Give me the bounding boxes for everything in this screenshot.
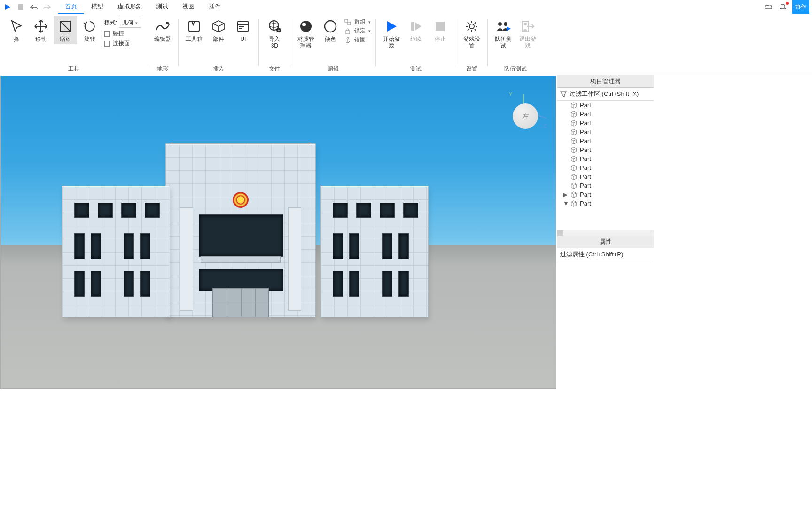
undo-icon[interactable] — [29, 2, 39, 12]
properties-title: 属性 — [557, 236, 654, 248]
svg-text:+: + — [278, 28, 280, 32]
stop-icon[interactable] — [16, 2, 25, 12]
cloud-icon[interactable] — [764, 2, 773, 12]
group-icon — [344, 18, 351, 26]
ribbon: 择 移动 缩放 旋转 模式:几何▾ 碰撞 连接面 工具 编辑器 地形 工具箱 部… — [0, 14, 812, 75]
resume-button[interactable]: 继续 — [404, 16, 428, 44]
play-game-button[interactable]: 开始游戏 — [380, 16, 403, 51]
filter-icon — [560, 91, 567, 97]
svg-marker-0 — [5, 4, 10, 10]
tree-item[interactable]: Part — [557, 127, 654, 136]
explorer-filter[interactable]: 过滤工作区 (Ctrl+Shift+X) — [557, 88, 654, 101]
building-model — [62, 143, 429, 318]
group-edit: 材质管理器 颜色 群组▾ 锁定▾ 锚固 编辑 — [292, 16, 374, 75]
svg-rect-16 — [345, 19, 348, 22]
material-button[interactable]: 材质管理器 — [294, 16, 318, 51]
tab-model[interactable]: 模型 — [85, 0, 110, 14]
svg-point-15 — [325, 21, 336, 32]
tab-plugins[interactable]: 插件 — [202, 0, 227, 14]
tree-item[interactable]: ▼Part — [557, 199, 654, 208]
tree-item[interactable]: Part — [557, 163, 654, 172]
group-file: +导入3D 文件 — [261, 16, 288, 75]
tree-item[interactable]: Part — [557, 145, 654, 154]
move-button[interactable]: 移动 — [29, 16, 53, 44]
toolbox-button[interactable]: 工具箱 — [182, 16, 206, 44]
tab-test[interactable]: 测试 — [149, 0, 175, 14]
svg-point-19 — [347, 37, 349, 39]
group-tools: 择 移动 缩放 旋转 模式:几何▾ 碰撞 连接面 工具 — [3, 16, 145, 75]
view-gizmo[interactable]: Y Z 左 — [504, 90, 547, 133]
explorer-title: 项目管理器 — [557, 75, 654, 88]
edit-stack: 群组▾ 锁定▾ 锚固 — [343, 16, 372, 46]
svg-point-14 — [302, 23, 306, 26]
right-panel: 项目管理器 过滤工作区 (Ctrl+Shift+X) PartPartPartP… — [557, 75, 654, 508]
tree-item[interactable]: Part — [557, 119, 654, 127]
svg-rect-1 — [18, 4, 23, 10]
collision-checkbox[interactable] — [104, 31, 110, 37]
game-settings-button[interactable]: 游戏设置 — [460, 16, 484, 51]
exit-game-button[interactable]: 退出游戏 — [516, 16, 539, 51]
tree-item[interactable]: Part — [557, 154, 654, 163]
tree-item[interactable]: Part — [557, 172, 654, 181]
mode-select[interactable]: 几何▾ — [119, 18, 141, 28]
svg-point-25 — [498, 22, 502, 26]
group-insert: 工具箱 部件 UI 插入 — [180, 16, 257, 75]
scale-button[interactable]: 缩放 — [54, 16, 77, 44]
stop-game-button[interactable]: 停止 — [429, 16, 452, 44]
rotate-button[interactable]: 旋转 — [78, 16, 102, 44]
svg-point-3 — [166, 22, 169, 24]
workspace: Y Z 左 项目管理器 过滤工作区 (Ctrl+Shift+X) PartPar… — [0, 75, 812, 508]
door — [212, 288, 269, 317]
tree-item[interactable]: Part — [557, 181, 654, 190]
anchor-icon — [344, 36, 351, 44]
svg-point-29 — [524, 23, 527, 25]
svg-point-24 — [469, 24, 474, 29]
svg-point-13 — [300, 21, 312, 32]
svg-marker-27 — [507, 26, 511, 31]
join-checkbox[interactable] — [104, 41, 110, 47]
tab-home[interactable]: 首页 — [58, 0, 84, 14]
svg-rect-21 — [411, 22, 414, 31]
lock-icon — [344, 27, 351, 35]
svg-rect-18 — [346, 31, 350, 34]
tab-view[interactable]: 视图 — [176, 0, 201, 14]
group-terrain: 编辑器 地形 — [149, 16, 176, 75]
properties-body — [557, 261, 654, 508]
terrain-editor-button[interactable]: 编辑器 — [151, 16, 174, 44]
explorer-tree[interactable]: PartPartPartPartPartPartPartPartPartPart… — [557, 101, 654, 230]
group-test: 开始游戏 继续 停止 测试 — [378, 16, 454, 75]
import-3d-button[interactable]: +导入3D — [263, 16, 286, 51]
tab-avatar[interactable]: 虚拟形象 — [111, 0, 148, 14]
tree-scroll-h[interactable] — [557, 230, 654, 236]
emblem-icon — [233, 192, 249, 208]
team-test-button[interactable]: 队伍测试 — [492, 16, 515, 51]
menu-tabs: 首页 模型 虚拟形象 测试 视图 插件 — [58, 0, 227, 14]
redo-icon[interactable] — [42, 2, 52, 12]
quick-access-bar: 首页 模型 虚拟形象 测试 视图 插件 协作 — [0, 0, 812, 14]
svg-point-26 — [504, 22, 508, 26]
tree-item[interactable]: Part — [557, 101, 654, 110]
group-settings: 游戏设置 设置 — [458, 16, 485, 75]
svg-rect-17 — [348, 22, 351, 25]
properties-filter[interactable]: 过滤属性 (Ctrl+Shift+P) — [557, 248, 654, 261]
svg-marker-22 — [415, 22, 422, 31]
svg-marker-20 — [387, 21, 397, 32]
tree-item[interactable]: ▶Part — [557, 190, 654, 199]
bell-icon[interactable] — [778, 2, 788, 12]
select-button[interactable]: 择 — [5, 16, 28, 44]
svg-rect-23 — [436, 22, 445, 31]
ui-button[interactable]: UI — [231, 16, 255, 44]
play-icon[interactable] — [3, 2, 12, 12]
viewport-3d[interactable]: Y Z 左 — [0, 76, 556, 389]
group-team: 队伍测试 退出游戏 队伍测试 — [490, 16, 541, 75]
color-button[interactable]: 颜色 — [319, 16, 342, 44]
tree-item[interactable]: Part — [557, 136, 654, 145]
mode-column: 模式:几何▾ 碰撞 连接面 — [102, 16, 143, 48]
collab-button[interactable]: 协作 — [792, 0, 809, 14]
part-button[interactable]: 部件 — [207, 16, 230, 44]
tree-item[interactable]: Part — [557, 110, 654, 119]
